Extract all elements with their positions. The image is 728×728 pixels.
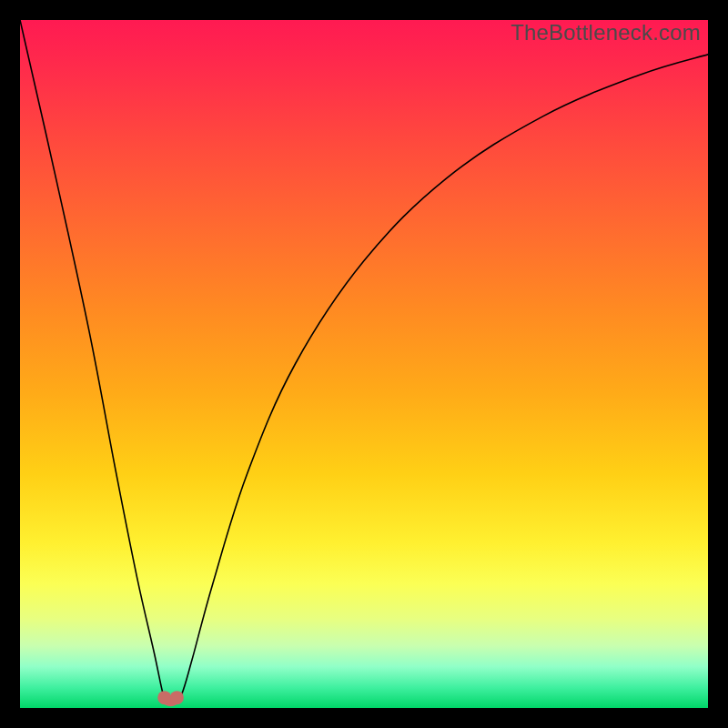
plot-area: TheBottleneck.com (20, 20, 708, 708)
highlight-point (157, 691, 171, 704)
bottleneck-curve (20, 20, 708, 702)
curve-svg (20, 20, 708, 708)
min-highlight (157, 691, 184, 704)
watermark-text: TheBottleneck.com (511, 20, 701, 46)
highlight-point (170, 691, 184, 704)
outer-frame: TheBottleneck.com (0, 0, 728, 728)
